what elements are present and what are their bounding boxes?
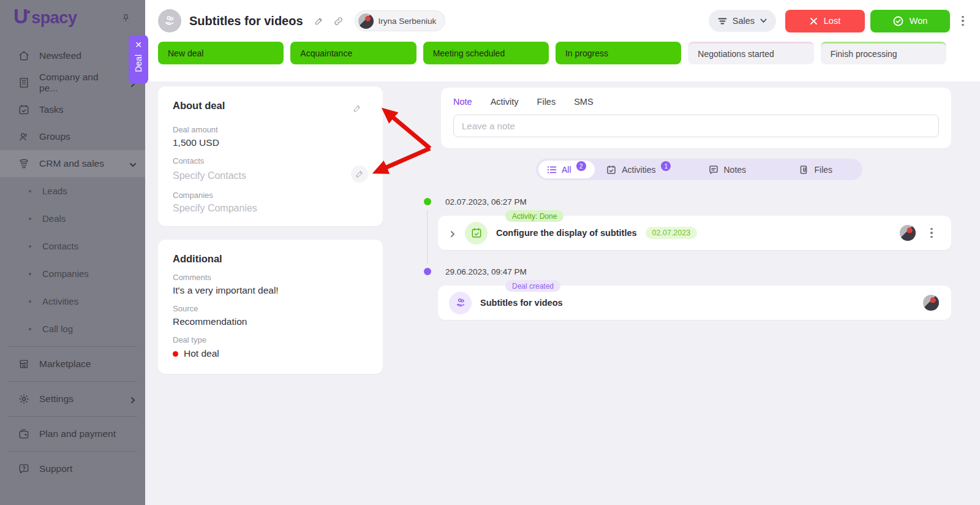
timeline-deal-created-card[interactable]: Deal created Subtitles for videos — [438, 286, 951, 320]
comments-label: Comments — [173, 273, 368, 282]
paperclip-icon — [799, 165, 809, 175]
specify-contacts-field[interactable]: Specify Contacts — [173, 170, 246, 181]
people-icon — [18, 131, 30, 143]
sidebar-item-plan-and-payment[interactable]: Plan and payment — [0, 420, 145, 447]
activities-count-badge: 1 — [661, 161, 671, 171]
pipeline-selector[interactable]: Sales — [709, 10, 776, 32]
composer-card: Note Activity Files SMS — [441, 88, 951, 148]
header-more-menu[interactable] — [956, 12, 970, 29]
sidebar-nav: Newsfeed Company and pe... Tasks Groups … — [0, 42, 145, 482]
activity-title[interactable]: Configure the display of subtitles — [496, 228, 637, 238]
stage-new-deal[interactable]: New deal — [158, 42, 284, 64]
funnel-lines-icon — [718, 17, 727, 25]
sidebar-item-settings[interactable]: Settings — [0, 385, 145, 412]
divider — [8, 416, 137, 417]
sidebar-subitem-activities[interactable]: Activities — [0, 287, 145, 315]
divider — [8, 381, 137, 382]
about-deal-card: About deal Deal amount 1,500 USD Contact… — [158, 86, 383, 226]
assignee-chip[interactable]: Iryna Serbeniuk — [355, 10, 446, 31]
deal-hand-coins-icon — [163, 14, 176, 28]
additional-card: Additional Comments It's a very importan… — [158, 240, 383, 374]
stage-in-progress[interactable]: In progress — [556, 42, 681, 64]
home-icon — [18, 50, 30, 62]
sidebar-item-marketplace[interactable]: Marketplace — [0, 351, 145, 378]
building-icon — [18, 77, 30, 89]
sidebar-item-company-and-people[interactable]: Company and pe... — [0, 69, 145, 96]
lost-button[interactable]: Lost — [785, 10, 865, 32]
uspacy-logo[interactable]: Uspacy — [13, 9, 77, 28]
edit-title-icon[interactable] — [311, 12, 328, 29]
filter-notes[interactable]: Notes — [683, 165, 771, 175]
wallet-icon — [18, 428, 30, 440]
filter-activities[interactable]: Activities 1 — [595, 165, 683, 175]
deal-avatar — [158, 9, 181, 32]
filter-all[interactable]: All 2 — [538, 161, 595, 178]
divider — [8, 451, 137, 452]
deal-amount-label: Deal amount — [173, 125, 368, 134]
contacts-label: Contacts — [173, 156, 368, 165]
funnel-stack-icon — [18, 158, 30, 170]
specify-companies-field[interactable]: Specify Companies — [173, 203, 368, 214]
timeline-filter-bar: All 2 Activities 1 Notes Files — [536, 159, 862, 180]
bullet-icon — [29, 328, 31, 330]
won-button[interactable]: Won — [870, 10, 950, 32]
sidebar-item-support[interactable]: Support — [0, 455, 145, 482]
gear-icon — [18, 393, 30, 405]
storefront-icon — [18, 358, 30, 370]
bullet-icon — [29, 300, 31, 303]
calendar-check-icon — [18, 104, 30, 116]
pin-sidebar-icon[interactable] — [117, 10, 134, 27]
deal-hand-coins-icon — [449, 292, 472, 314]
sidebar-subitem-call-log[interactable]: Call log — [0, 315, 145, 343]
assignee-avatar — [358, 13, 374, 29]
chevron-down-icon — [129, 160, 137, 167]
activity-more-menu[interactable] — [924, 224, 939, 241]
pipeline-name: Sales — [733, 16, 755, 26]
stage-meeting-scheduled[interactable]: Meeting scheduled — [423, 42, 549, 64]
sidebar-item-groups[interactable]: Groups — [0, 123, 145, 150]
list-icon — [547, 165, 557, 175]
filter-files[interactable]: Files — [772, 165, 860, 175]
divider — [8, 346, 137, 347]
copy-link-icon[interactable] — [330, 12, 347, 29]
activity-calendar-icon — [465, 222, 488, 245]
comments-value: It's a very important deal! — [173, 285, 368, 296]
sidebar-item-newsfeed[interactable]: Newsfeed — [0, 42, 145, 69]
deal-created-badge: Deal created — [505, 280, 560, 292]
assignee-name: Iryna Serbeniuk — [379, 17, 437, 26]
tab-note[interactable]: Note — [453, 97, 472, 107]
expand-chevron-icon[interactable] — [449, 229, 456, 237]
bullet-icon — [29, 245, 31, 248]
stage-finish-processing[interactable]: Finish processing — [821, 42, 946, 64]
chevron-down-icon — [760, 18, 767, 23]
stage-negotiations-started[interactable]: Negotiations started — [688, 42, 813, 64]
timeline-activity-card[interactable]: Activity: Done Configure the display of … — [438, 216, 951, 250]
tab-sms[interactable]: SMS — [574, 97, 593, 107]
edit-contacts-icon[interactable] — [351, 165, 368, 183]
deal-panel-tab[interactable]: ✕ Deal — [129, 35, 148, 84]
sidebar-item-tasks[interactable]: Tasks — [0, 96, 145, 123]
timeline-dot-activity — [424, 198, 431, 205]
logo-dot — [27, 10, 30, 13]
deal-amount-value: 1,500 USD — [173, 137, 368, 148]
stage-acquaintance[interactable]: Acquaintance — [290, 42, 416, 64]
activity-date-chip: 02.07.2023 — [646, 227, 698, 239]
edit-about-icon[interactable] — [349, 100, 366, 117]
chevron-right-icon — [129, 395, 137, 403]
note-input[interactable] — [453, 115, 939, 137]
deal-created-title[interactable]: Subtitles for videos — [480, 298, 563, 308]
hot-deal-dot-icon — [173, 351, 178, 357]
timeline-timestamp: 29.06.2023, 09:47 PM — [445, 267, 527, 276]
pipeline-stages: New deal Acquaintance Meeting scheduled … — [158, 42, 946, 64]
all-count-badge: 2 — [576, 161, 586, 171]
sidebar-subitem-deals[interactable]: Deals — [0, 205, 145, 232]
close-icon[interactable]: ✕ — [135, 40, 142, 49]
tab-activity[interactable]: Activity — [491, 97, 519, 107]
sidebar-subitem-contacts[interactable]: Contacts — [0, 232, 145, 260]
sidebar-subitem-companies[interactable]: Companies — [0, 260, 145, 287]
source-value: Recommendation — [173, 316, 368, 327]
deal-header: Subtitles for videos Iryna Serbeniuk Sal… — [145, 0, 980, 82]
tab-files[interactable]: Files — [537, 97, 556, 107]
sidebar-subitem-leads[interactable]: Leads — [0, 177, 145, 205]
sidebar-item-crm-and-sales[interactable]: CRM and sales — [0, 150, 145, 177]
